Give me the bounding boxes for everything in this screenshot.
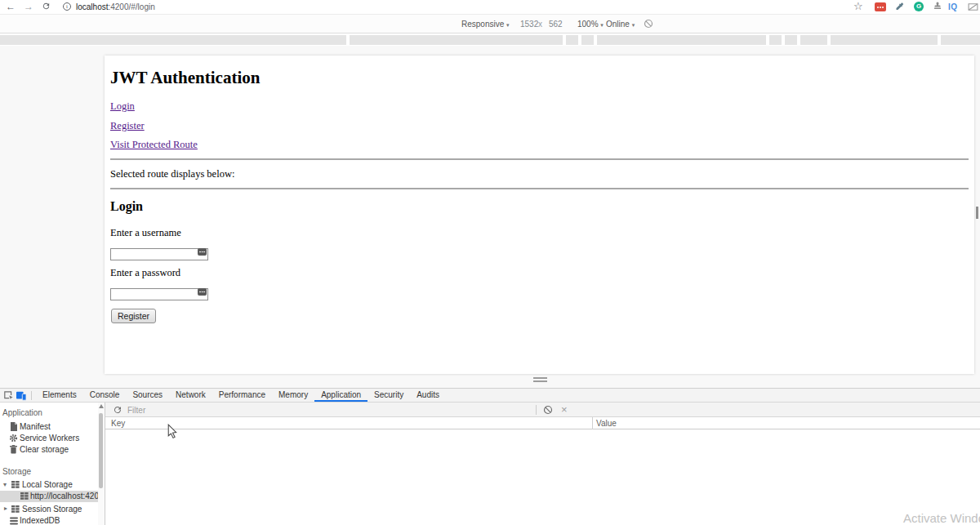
reload-icon[interactable] [42,2,51,11]
media-query-segment[interactable] [800,35,827,45]
address-bar[interactable]: localhost:4200/#/login [76,2,155,11]
route-note: Selected route displays below: [110,168,234,180]
url-path: :4200/#/login [108,2,154,11]
media-query-segment[interactable] [597,35,766,45]
network-condition: Online [606,20,630,29]
sidebar-item-indexeddb[interactable]: IndexedDB [20,516,60,525]
device-toolbar-toggle-icon[interactable] [16,391,27,401]
stamp-extension-icon[interactable] [933,2,942,11]
password-input[interactable] [110,288,208,300]
tab-performance[interactable]: Performance [212,389,272,402]
refresh-icon[interactable] [113,405,122,415]
tab-sources[interactable]: Sources [126,389,169,402]
toolbar-separator [536,405,537,415]
column-divider[interactable] [592,417,593,429]
gear-icon [9,434,18,443]
tab-security[interactable]: Security [368,389,410,402]
device-type-select[interactable]: Responsive ▾ [461,20,510,29]
chevron-expanded-icon[interactable]: ▾ [3,481,7,488]
filter-input[interactable] [127,404,372,416]
media-query-segment[interactable] [581,35,594,45]
zoom-select[interactable]: 100% ▾ [577,20,604,29]
bookmark-star-icon[interactable]: ☆ [853,1,863,12]
sidebar-item-local-storage[interactable]: Local Storage [22,480,73,489]
value-column-header[interactable]: Value [596,419,617,428]
divider [110,188,969,189]
chevron-collapsed-icon[interactable]: ▸ [4,505,7,512]
grammarly-extension-icon[interactable]: G [914,2,924,11]
register-button[interactable]: Register [111,309,156,323]
no-throttling-icon[interactable] [644,19,653,29]
media-query-segment[interactable] [785,35,797,45]
mouse-cursor [167,424,178,439]
tab-elements[interactable]: Elements [36,389,83,402]
devtools-tabbar: Elements Console Sources Network Perform… [0,389,980,403]
media-query-segment[interactable] [941,35,980,45]
tab-console[interactable]: Console [83,389,127,402]
media-query-bar [0,33,980,46]
sidebar-item-clear-storage[interactable]: Clear storage [20,445,69,454]
tab-application[interactable]: Application [314,389,368,402]
database-icon [10,517,18,525]
page-viewport: JWT Authentication Login Register Visit … [105,56,974,374]
table-grid-icon [20,492,29,500]
chevron-down-icon: ▾ [506,22,510,28]
media-query-segment[interactable] [769,35,782,45]
devtools-panel: Elements Console Sources Network Perform… [0,388,980,525]
storage-section-title: Storage [2,467,31,476]
media-query-segment[interactable] [0,35,346,45]
sidebar-item-service-workers[interactable]: Service Workers [20,434,79,443]
viewport-resize-handle-right[interactable] [976,207,978,219]
back-icon[interactable]: ← [6,1,16,12]
media-query-segment[interactable] [350,35,563,45]
scrollbar-thumb[interactable] [99,413,103,488]
media-query-segment[interactable] [831,35,938,45]
viewport-width-field[interactable]: 1532 [520,20,538,29]
site-info-icon[interactable]: i [63,2,71,11]
forward-icon[interactable]: → [24,1,33,12]
table-grid-icon [11,481,20,488]
password-manager-icon[interactable] [198,288,207,296]
zoom-level: 100% [577,20,599,29]
viewport-height-field[interactable]: 562 [549,20,563,29]
sidebar-item-session-storage[interactable]: Session Storage [22,505,82,514]
username-input[interactable] [110,248,208,260]
media-query-segment[interactable] [566,35,578,45]
viewport-resize-handle-bottom[interactable] [533,377,547,382]
toolbar-separator [31,391,32,400]
eyedropper-extension-icon[interactable] [895,2,905,11]
password-manager-icon[interactable] [198,248,207,256]
divider [110,158,969,160]
tab-memory[interactable]: Memory [272,389,314,402]
scroll-up-arrow-icon[interactable] [99,404,104,408]
tab-audits[interactable]: Audits [410,389,446,402]
sidebar-item-localstorage-origin[interactable]: http://localhost:4200 [30,492,98,501]
trash-icon [10,445,17,454]
manifest-icon [10,422,17,431]
network-throttle-select[interactable]: Online ▾ [606,20,635,29]
login-heading: Login [110,199,143,214]
sidebar-item-manifest[interactable]: Manifest [20,422,51,431]
tab-network[interactable]: Network [169,389,212,402]
iq-extension-icon[interactable]: IQ [948,2,958,11]
notebook-extension-icon[interactable] [968,2,978,11]
clear-all-icon[interactable] [543,405,553,415]
sidebar-scrollbar[interactable] [98,403,105,525]
devtools-tabs: Elements Console Sources Network Perform… [36,389,446,402]
protected-route-link[interactable]: Visit Protected Route [110,139,198,151]
url-host: localhost [76,2,108,11]
device-mode-stage: JWT Authentication Login Register Visit … [0,46,980,388]
key-column-header[interactable]: Key [111,419,125,428]
password-label: Enter a password [110,267,180,279]
red-extension-icon[interactable] [875,2,886,11]
device-type-label: Responsive [461,20,504,29]
storage-filter-toolbar: × [105,403,980,417]
register-link[interactable]: Register [110,120,145,132]
inspect-element-icon[interactable] [3,390,13,400]
delete-selected-icon[interactable]: × [561,403,568,416]
username-label: Enter a username [110,227,181,239]
application-section-title: Application [2,408,42,417]
device-mode-toolbar: Responsive ▾ 1532 x 562 100% ▾ Online ▾ [0,15,980,33]
login-link[interactable]: Login [110,100,135,113]
application-sidebar: Application Manifest Service Workers Cle… [0,403,98,525]
